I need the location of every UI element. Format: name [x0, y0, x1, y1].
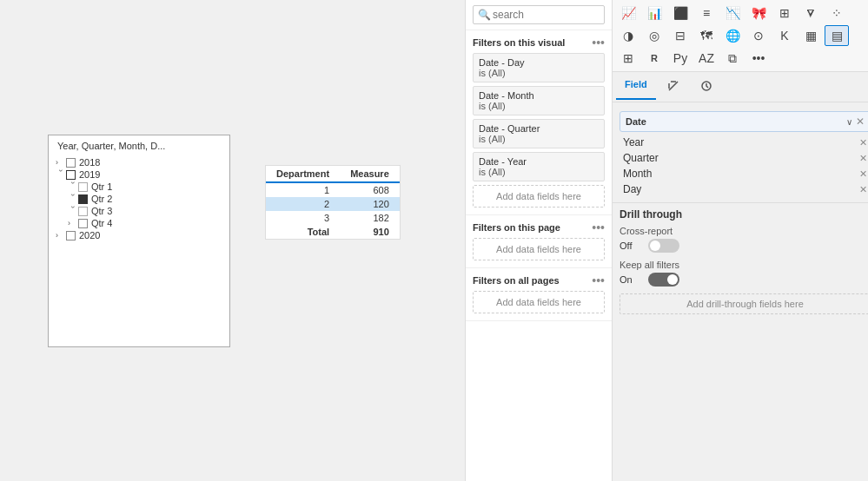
gauge-icon[interactable]: ⊙	[746, 25, 771, 46]
date-field-year[interactable]: Year ✕	[620, 135, 868, 150]
chevron-icon: ›	[69, 181, 77, 192]
add-fields-visual[interactable]: Add data fields here	[473, 185, 605, 208]
tab-field[interactable]: Field	[616, 76, 656, 100]
filter-label-quarter: Date - Quarter	[479, 123, 599, 134]
tree-node-2020[interactable]: › 2020	[56, 229, 222, 241]
bar-horiz-icon[interactable]: ≡	[694, 3, 719, 23]
filter-item-day[interactable]: Date - Day is (All)	[473, 53, 605, 82]
add-fields-all[interactable]: Add data fields here	[473, 291, 605, 313]
search-wrap: 🔍	[473, 5, 605, 24]
toggle-thumb	[650, 240, 660, 251]
tab-format[interactable]	[658, 76, 689, 100]
table-row[interactable]: 3 182	[266, 211, 400, 225]
r-icon[interactable]: R	[642, 48, 666, 69]
date-field-year-label: Year	[623, 136, 644, 148]
map-icon[interactable]: 🗺	[694, 25, 719, 46]
custom-icon[interactable]: •••	[746, 48, 771, 69]
tree-node-qtr2[interactable]: › Qtr 2	[56, 193, 222, 205]
tree-checkbox[interactable]	[66, 158, 76, 168]
tree-label: Qtr 1	[91, 181, 112, 192]
date-field-month-close[interactable]: ✕	[859, 168, 867, 180]
date-field-month-label: Month	[623, 168, 652, 180]
filter-value-quarter: is (All)	[479, 134, 599, 144]
tree-checkbox[interactable]	[78, 182, 88, 192]
table-row[interactable]: 2 120	[266, 197, 400, 211]
az-icon[interactable]: AZ	[694, 48, 719, 69]
donut-icon[interactable]: ◎	[642, 25, 666, 46]
viz-icons-row: 📈 📊 ⬛ ≡ 📉 🎀 ⊞ ⛛ ⁘ ◑ ◎ ⊟ 🗺 🌐 ⊙ K ▦ ▤ ⊞ R …	[613, 0, 868, 72]
filter-label-month: Date - Month	[479, 90, 599, 101]
chevron-icon: ›	[56, 231, 66, 240]
tree-widget: Year, Quarter, Month, D... › 2018 › 2019…	[48, 135, 230, 347]
section-dots[interactable]: •••	[592, 36, 605, 49]
section-header: Filters on this visual •••	[473, 36, 605, 49]
cross-report-toggle[interactable]	[648, 239, 679, 253]
tree-checkbox[interactable]	[78, 194, 88, 204]
filters-section-visual: Filters on this visual ••• Date - Day is…	[466, 30, 612, 215]
tree-checkbox[interactable]	[78, 207, 88, 216]
filters-section-page: Filters on this page ••• Add data fields…	[466, 215, 612, 268]
add-fields-page[interactable]: Add data fields here	[473, 238, 605, 260]
filter-label-day: Date - Day	[479, 57, 599, 68]
kpi-icon[interactable]: K	[772, 25, 797, 46]
filters-section-all: Filters on all pages ••• Add data fields…	[466, 268, 612, 321]
chevron-icon: ›	[69, 194, 77, 204]
line-chart-icon[interactable]: 📈	[616, 3, 640, 23]
date-filter-area: Date ∨ ✕ Year ✕ Quarter ✕ Month ✕ Day ✕	[613, 106, 868, 203]
scatter-icon[interactable]: ⁘	[825, 3, 849, 23]
date-filter-close[interactable]: ✕	[856, 115, 865, 128]
pie-icon[interactable]: ◑	[616, 25, 640, 46]
date-expand-icon[interactable]: ∨	[846, 117, 852, 127]
tree-label: Qtr 4	[91, 218, 112, 228]
bar-chart-icon[interactable]: 📊	[642, 3, 666, 23]
filter-item-year[interactable]: Date - Year is (All)	[473, 152, 605, 181]
table-icon[interactable]: ▤	[825, 25, 849, 46]
section-dots-page[interactable]: •••	[592, 221, 605, 234]
tree-label: 2018	[79, 157, 100, 168]
tree-label: 2020	[79, 230, 100, 240]
tree-node-qtr3[interactable]: › Qtr 3	[56, 205, 222, 217]
waterfall-icon[interactable]: ⊞	[772, 3, 797, 23]
drill-through-title: Drill through	[620, 208, 868, 221]
funnel-icon[interactable]: ⛛	[798, 3, 823, 23]
filter-item-month[interactable]: Date - Month is (All)	[473, 86, 605, 115]
date-field-month[interactable]: Month ✕	[620, 166, 868, 181]
tree-node-qtr1[interactable]: › Qtr 1	[56, 181, 222, 193]
tree-node-2018[interactable]: › 2018	[56, 156, 222, 168]
total-value: 910	[340, 225, 400, 239]
chevron-icon: ›	[68, 219, 78, 227]
matrix-icon[interactable]: ⊞	[616, 48, 640, 69]
add-drill-fields[interactable]: Add drill-through fields here	[620, 293, 868, 314]
filter-value-year: is (All)	[479, 167, 599, 177]
section-dots-all[interactable]: •••	[592, 273, 605, 287]
tree-checkbox[interactable]	[78, 219, 88, 228]
date-field-quarter-close[interactable]: ✕	[859, 153, 867, 164]
date-filter-box[interactable]: Date ∨ ✕	[620, 111, 868, 132]
col-header-dept: Department	[266, 166, 340, 182]
globe-icon[interactable]: 🌐	[720, 25, 745, 46]
treemap-icon[interactable]: ⊟	[668, 25, 692, 46]
chevron-icon: ›	[56, 158, 66, 167]
tree-node-qtr4[interactable]: › Qtr 4	[56, 217, 222, 229]
slicer-icon[interactable]: ⧉	[720, 48, 745, 69]
table-row[interactable]: 1 608	[266, 182, 400, 197]
tree-label: 2019	[79, 169, 100, 180]
keep-filters-toggle[interactable]	[648, 273, 679, 287]
date-field-day[interactable]: Day ✕	[620, 181, 868, 197]
area-chart-icon[interactable]: ⬛	[668, 3, 692, 23]
tree-checkbox[interactable]	[66, 231, 76, 240]
filters-search-input[interactable]	[473, 5, 605, 24]
tree-node-2019[interactable]: › 2019	[56, 168, 222, 181]
python-icon[interactable]: Py	[668, 48, 692, 69]
date-field-day-close[interactable]: ✕	[859, 184, 867, 195]
tree-title: Year, Quarter, Month, D...	[56, 141, 222, 151]
tab-analytics[interactable]	[691, 76, 722, 100]
tree-label: Qtr 3	[91, 206, 112, 216]
date-field-quarter[interactable]: Quarter ✕	[620, 150, 868, 166]
card-icon[interactable]: ▦	[798, 25, 823, 46]
ribbon-icon[interactable]: 🎀	[746, 3, 771, 23]
tree-checkbox[interactable]	[66, 170, 76, 180]
filter-item-quarter[interactable]: Date - Quarter is (All)	[473, 119, 605, 148]
date-field-year-close[interactable]: ✕	[859, 137, 867, 148]
combo-chart-icon[interactable]: 📉	[720, 3, 745, 23]
